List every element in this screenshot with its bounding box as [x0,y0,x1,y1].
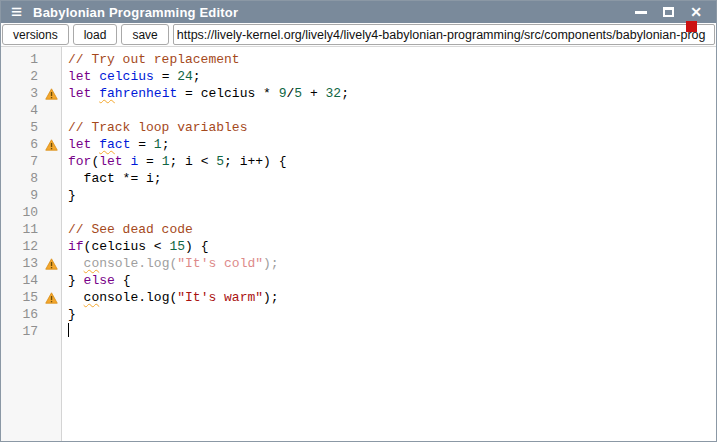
save-button[interactable]: save [121,24,168,45]
code-line[interactable]: 1// Try out replacement [1,51,716,68]
menu-icon[interactable]: ≡ [11,2,22,22]
code-text: } [62,306,76,323]
warn-slot [41,221,62,238]
load-button[interactable]: load [73,24,118,45]
code-token: co [84,256,100,271]
code-line[interactable]: 8 fact *= i; [1,170,716,187]
warn-slot [41,306,62,323]
code-text: console.log("It's warm"); [62,289,279,306]
code-token: { [115,273,131,288]
code-token: (celcius < [84,239,170,254]
code-token: let [68,137,91,152]
versions-button[interactable]: versions [2,24,69,45]
title-bar: ≡ Babylonian Programming Editor ✕ [1,1,716,23]
window-title: Babylonian Programming Editor [33,5,238,20]
code-line[interactable]: 2let celcius = 24; [1,68,716,85]
code-token: = [130,137,153,152]
code-token: celcius [99,69,154,84]
code-token: } [68,273,84,288]
warn-slot [41,187,62,204]
code-token: 5 [294,86,302,101]
code-token: for [68,154,91,169]
code-token: fa [99,86,115,101]
line-number: 14 [1,272,41,289]
code-text: fact *= i; [62,170,162,187]
code-line[interactable]: 12if(celcius < 15) { [1,238,716,255]
code-token: // Track loop variables [68,120,247,135]
code-token: ; [193,69,201,84]
code-line[interactable]: 6let fact = 1; [1,136,716,153]
code-line[interactable]: 11// See dead code [1,221,716,238]
code-text: } [62,187,76,204]
code-token: } [68,307,76,322]
code-token: = [154,69,177,84]
code-token: ); [263,256,279,271]
code-line[interactable]: 16} [1,306,716,323]
url-input[interactable] [173,24,715,45]
code-text [62,323,69,340]
code-token: "It's cold" [177,256,263,271]
code-token: ; i++) { [224,154,286,169]
code-token: + [302,86,325,101]
code-line[interactable]: 7for(let i = 1; i < 5; i++) { [1,153,716,170]
code-line[interactable]: 14} else { [1,272,716,289]
warn-slot [41,323,62,340]
toolbar: versions load save [1,23,716,47]
code-token: nsole.log( [99,256,177,271]
code-token: ct [115,137,131,152]
warn-slot [41,170,62,187]
code-line[interactable]: 10 [1,204,716,221]
code-line[interactable]: 5// Track loop variables [1,119,716,136]
code-token: ; [341,86,349,101]
warn-slot [41,153,62,170]
code-token: ; [162,137,170,152]
code-line[interactable]: 13 console.log("It's cold"); [1,255,716,272]
text-cursor [68,323,69,337]
line-number: 6 [1,136,41,153]
line-number: 8 [1,170,41,187]
code-token: ); [263,290,279,305]
code-text: } else { [62,272,130,289]
code-token: 1 [154,137,162,152]
code-text: // Try out replacement [62,51,240,68]
code-text: // Track loop variables [62,119,247,136]
code-line[interactable]: 15 console.log("It's warm"); [1,289,716,306]
maximize-icon[interactable] [663,7,674,17]
warning-icon[interactable] [41,85,62,102]
code-token: 15 [169,239,185,254]
line-number: 16 [1,306,41,323]
warn-slot [41,68,62,85]
code-lines: 1// Try out replacement2let celcius = 24… [1,51,716,340]
code-line[interactable]: 17 [1,323,716,340]
minimize-icon[interactable] [635,11,647,14]
close-icon[interactable]: ✕ [690,5,702,19]
code-token: } [68,188,76,203]
code-line[interactable]: 9} [1,187,716,204]
code-text: console.log("It's cold"); [62,255,279,272]
warn-slot [41,238,62,255]
code-token: 32 [326,86,342,101]
line-number: 4 [1,102,41,119]
code-editor[interactable]: 1// Try out replacement2let celcius = 24… [1,47,716,441]
code-token: = celcius * [177,86,278,101]
code-token [68,256,84,271]
warn-slot [41,51,62,68]
code-token: // Try out replacement [68,52,240,67]
code-token: 24 [177,69,193,84]
drag-handle[interactable] [686,21,697,32]
warning-icon[interactable] [41,136,62,153]
code-line[interactable]: 4 [1,102,716,119]
code-token: let [68,86,91,101]
warning-icon[interactable] [41,289,62,306]
code-token: co [84,290,100,305]
code-text: let fahrenheit = celcius * 9/5 + 32; [62,85,349,102]
warning-icon[interactable] [41,255,62,272]
warn-slot [41,119,62,136]
code-line[interactable]: 3let fahrenheit = celcius * 9/5 + 32; [1,85,716,102]
line-number: 17 [1,323,41,340]
window-controls: ✕ [635,5,702,19]
line-number: 7 [1,153,41,170]
line-number: 10 [1,204,41,221]
code-token: fa [99,137,115,152]
code-text: // See dead code [62,221,193,238]
